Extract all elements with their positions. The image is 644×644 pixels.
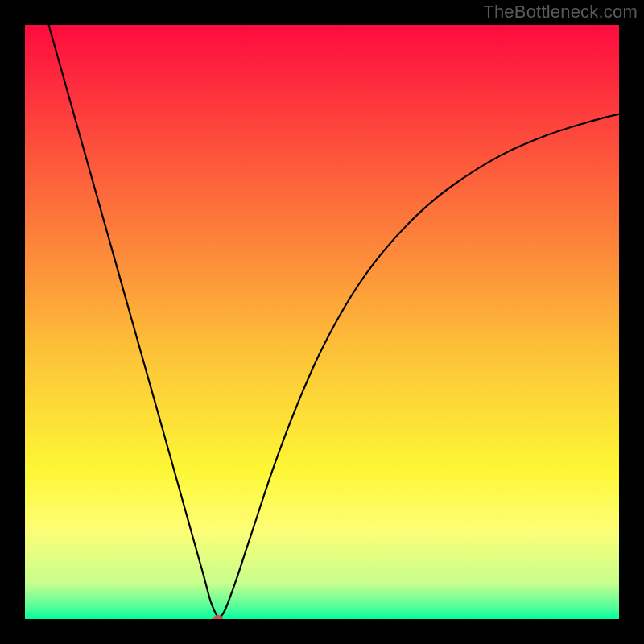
svg-rect-2	[0, 619, 644, 644]
chart-container: TheBottleneck.com	[0, 0, 644, 644]
plot-background	[25, 25, 619, 619]
bottleneck-chart	[0, 0, 644, 644]
svg-rect-4	[619, 0, 644, 644]
watermark-text: TheBottleneck.com	[483, 2, 638, 23]
svg-rect-3	[0, 0, 25, 644]
